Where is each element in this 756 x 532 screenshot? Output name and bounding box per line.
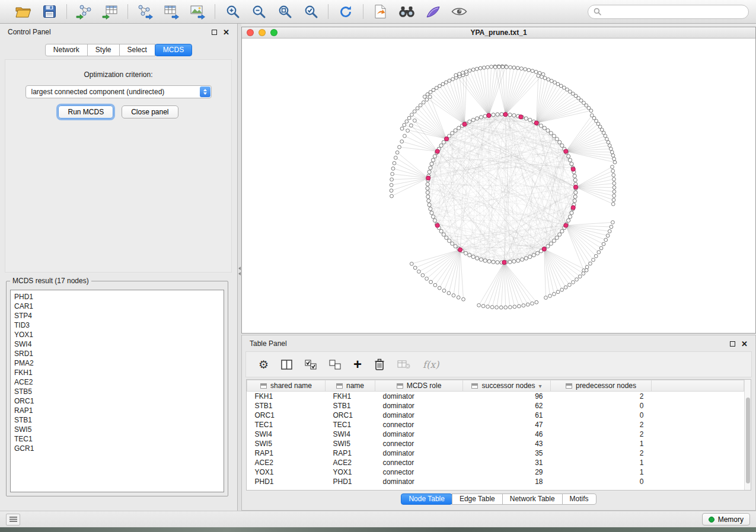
close-window-button[interactable]: [247, 29, 254, 36]
table-cell[interactable]: 2: [551, 420, 652, 430]
float-window-icon[interactable]: [730, 341, 735, 347]
table-cell[interactable]: dominator: [375, 430, 463, 439]
table-cell[interactable]: 47: [463, 420, 551, 430]
mcds-result-item[interactable]: RAP1: [14, 406, 220, 415]
table-cell[interactable]: connector: [375, 458, 463, 467]
export-image-button[interactable]: [187, 3, 208, 21]
zoom-selected-button[interactable]: [300, 3, 321, 21]
column-header-name[interactable]: name: [326, 380, 375, 392]
export-document-button[interactable]: [370, 3, 391, 21]
run-mcds-button[interactable]: Run MCDS: [58, 105, 113, 118]
zoom-out-button[interactable]: [248, 3, 269, 21]
table-tab-motifs[interactable]: Motifs: [562, 493, 596, 505]
mcds-result-item[interactable]: CAR1: [14, 302, 220, 311]
mcds-result-item[interactable]: ORC1: [14, 396, 220, 406]
table-cell[interactable]: 31: [463, 458, 551, 467]
table-cell[interactable]: YOX1: [326, 467, 375, 477]
table-cell[interactable]: dominator: [375, 411, 463, 420]
mcds-result-item[interactable]: SRD1: [14, 349, 220, 358]
select-all-button[interactable]: [305, 360, 317, 370]
apply-layout-button[interactable]: [335, 3, 356, 21]
mcds-result-item[interactable]: GCR1: [14, 444, 220, 453]
export-network-button[interactable]: [135, 3, 156, 21]
mcds-result-item[interactable]: STB1: [14, 415, 220, 425]
table-cell[interactable]: STB1: [326, 401, 375, 411]
mcds-result-item[interactable]: PMA2: [14, 358, 220, 368]
table-cell[interactable]: RAP1: [247, 448, 326, 458]
mcds-result-item[interactable]: SWI5: [14, 425, 220, 434]
mcds-result-item[interactable]: FKH1: [14, 368, 220, 377]
table-settings-button[interactable]: ⚙: [259, 359, 269, 370]
table-cell[interactable]: STB1: [247, 401, 326, 411]
table-cell[interactable]: 61: [463, 411, 551, 420]
table-cell[interactable]: 46: [463, 430, 551, 439]
table-cell[interactable]: 18: [463, 477, 551, 486]
table-row[interactable]: FKH1FKH1dominator962: [247, 392, 744, 402]
table-cell[interactable]: connector: [375, 467, 463, 477]
column-header-shared-name[interactable]: shared name: [247, 380, 326, 392]
table-cell[interactable]: dominator: [375, 448, 463, 458]
table-row[interactable]: STB1STB1dominator620: [247, 401, 744, 411]
graphics-details-button[interactable]: [422, 3, 444, 21]
import-network-button[interactable]: [74, 3, 95, 21]
table-row[interactable]: SWI4SWI4dominator462: [247, 430, 744, 439]
table-cell[interactable]: 29: [463, 467, 551, 477]
network-canvas[interactable]: [242, 39, 755, 333]
table-cell[interactable]: 2: [551, 448, 652, 458]
network-graph[interactable]: [242, 39, 755, 333]
close-icon[interactable]: ✕: [223, 28, 229, 36]
search-box[interactable]: [588, 5, 749, 19]
mcds-result-item[interactable]: ACE2: [14, 377, 220, 387]
table-tab-network-table[interactable]: Network Table: [502, 493, 563, 505]
mcds-result-list[interactable]: PHD1CAR1STP4TID3YOX1SWI4SRD1PMA2FKH1ACE2…: [10, 290, 224, 492]
mcds-result-item[interactable]: SWI4: [14, 339, 220, 349]
import-table-button[interactable]: [100, 3, 121, 21]
float-window-icon[interactable]: [212, 30, 217, 35]
table-row[interactable]: PHD1PHD1dominator180: [247, 477, 744, 486]
status-menu-button[interactable]: [6, 514, 20, 525]
mcds-result-item[interactable]: TID3: [14, 321, 220, 330]
unselect-all-button[interactable]: [329, 360, 341, 370]
table-cell[interactable]: PHD1: [247, 477, 326, 486]
table-cell[interactable]: ORC1: [247, 411, 326, 420]
table-row[interactable]: ACE2ACE2connector311: [247, 458, 744, 467]
mcds-result-item[interactable]: TEC1: [14, 434, 220, 444]
minimize-window-button[interactable]: [259, 29, 266, 36]
search-input[interactable]: [605, 8, 743, 16]
table-cell[interactable]: TEC1: [326, 420, 375, 430]
criterion-dropdown[interactable]: largest connected component (undirected): [25, 85, 212, 98]
network-window-titlebar[interactable]: YPA_prune.txt_1: [242, 27, 755, 39]
table-cell[interactable]: dominator: [375, 401, 463, 411]
table-cell[interactable]: 35: [463, 448, 551, 458]
memory-button[interactable]: Memory: [702, 513, 750, 525]
table-row[interactable]: TEC1TEC1connector472: [247, 420, 744, 430]
zoom-in-button[interactable]: [222, 3, 243, 21]
export-table-button[interactable]: [161, 3, 182, 21]
table-cell[interactable]: 0: [551, 477, 652, 486]
table-cell[interactable]: 0: [551, 401, 652, 411]
mcds-result-item[interactable]: YOX1: [14, 330, 220, 339]
table-cell[interactable]: ACE2: [326, 458, 375, 467]
table-cell[interactable]: SWI4: [247, 430, 326, 439]
search-network-button[interactable]: [396, 3, 417, 21]
table-cell[interactable]: SWI4: [326, 430, 375, 439]
column-header-MCDS-role[interactable]: MCDS role: [375, 380, 463, 392]
close-panel-button[interactable]: Close panel: [122, 105, 178, 118]
table-cell[interactable]: dominator: [375, 477, 463, 486]
table-cell[interactable]: FKH1: [247, 392, 326, 402]
column-header-successor-nodes[interactable]: successor nodes▾: [463, 380, 551, 392]
vertical-scrollbar[interactable]: [744, 380, 751, 490]
scrollbar-thumb[interactable]: [746, 398, 750, 483]
mcds-result-item[interactable]: STP4: [14, 311, 220, 321]
table-cell[interactable]: TEC1: [247, 420, 326, 430]
table-cell[interactable]: 2: [551, 430, 652, 439]
table-cell[interactable]: SWI5: [247, 439, 326, 448]
tab-style[interactable]: Style: [87, 44, 120, 56]
table-cell[interactable]: 1: [551, 467, 652, 477]
table-cell[interactable]: ACE2: [247, 458, 326, 467]
maximize-window-button[interactable]: [270, 29, 277, 36]
save-session-button[interactable]: [39, 3, 60, 21]
table-tab-edge-table[interactable]: Edge Table: [452, 493, 503, 505]
close-icon[interactable]: ✕: [741, 340, 748, 348]
table-cell[interactable]: RAP1: [326, 448, 375, 458]
